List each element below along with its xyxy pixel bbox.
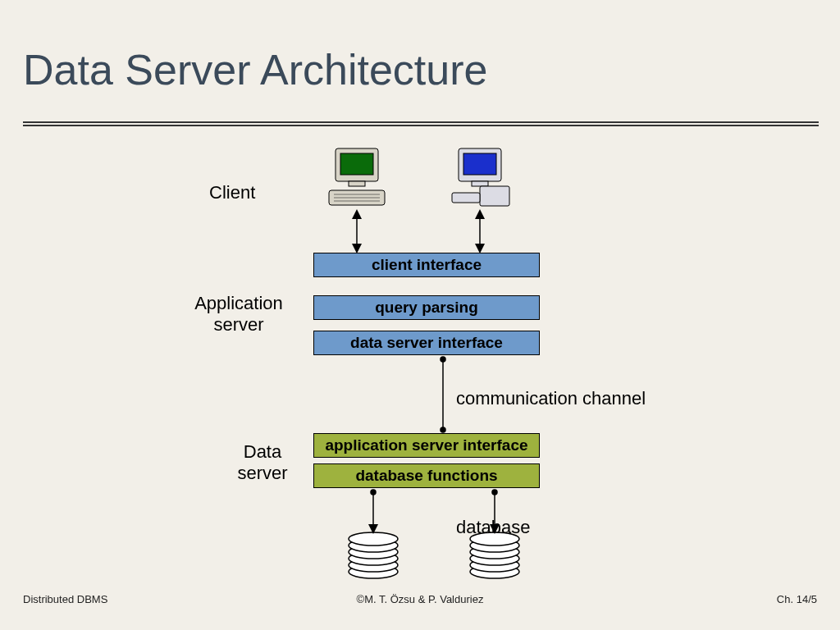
svg-rect-8 — [463, 153, 496, 175]
app-server-interface-box: application server interface — [313, 433, 540, 458]
db-functions-box: database functions — [313, 463, 540, 488]
slide-title: Data Server Architecture — [23, 45, 487, 94]
database-icon — [345, 532, 402, 582]
data-server-label: Data server — [230, 441, 295, 485]
svg-rect-1 — [340, 153, 373, 175]
client-interface-box: client interface — [313, 253, 540, 277]
svg-rect-11 — [452, 193, 480, 203]
computer-icon — [324, 145, 390, 211]
query-parsing-box: query parsing — [313, 295, 540, 320]
client-label: Client — [209, 182, 275, 203]
svg-point-17 — [349, 532, 398, 546]
svg-rect-2 — [349, 181, 365, 186]
database-icon — [466, 532, 523, 582]
app-server-label: Application server — [185, 293, 292, 336]
data-server-interface-box: data server interface — [313, 331, 540, 355]
footer-right: Ch. 14/5 — [777, 593, 817, 605]
footer-center: ©M. T. Özsu & P. Valduriez — [0, 593, 840, 605]
computer-icon — [447, 145, 513, 211]
svg-point-23 — [470, 532, 519, 546]
comm-channel-label: communication channel — [456, 388, 669, 409]
title-underline — [23, 121, 819, 126]
svg-rect-10 — [480, 186, 509, 206]
svg-rect-9 — [472, 181, 488, 186]
